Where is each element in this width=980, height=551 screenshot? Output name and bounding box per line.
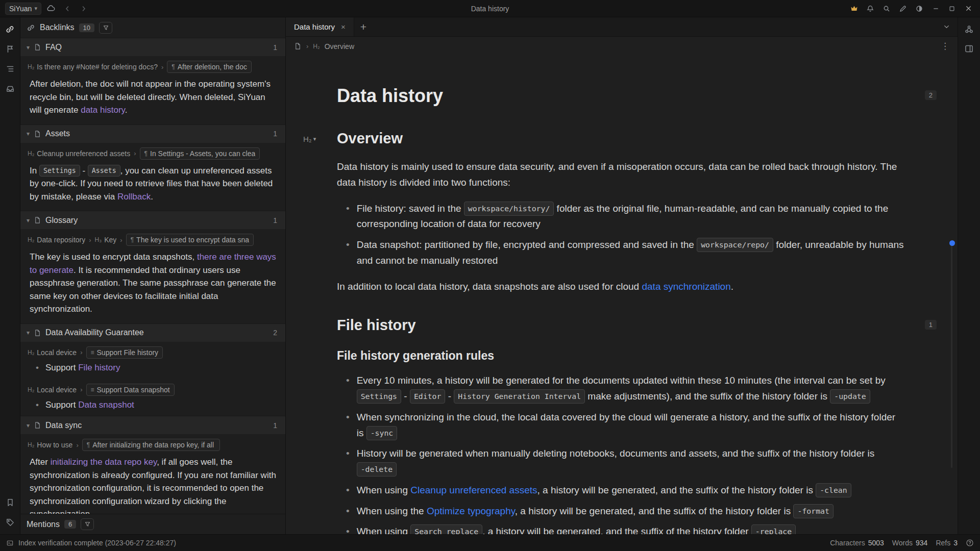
breadcrumb-separator: › [134, 149, 136, 157]
heading-h1[interactable]: Data history2 [337, 85, 904, 107]
outline-dock-icon[interactable] [5, 63, 16, 74]
flag-dock-icon[interactable] [5, 43, 16, 55]
inline-link[interactable]: Data snapshot [78, 400, 134, 410]
backlinks-section-header[interactable]: ▾FAQ1 [20, 38, 285, 56]
backlinks-filter-button[interactable] [99, 22, 112, 34]
breadcrumb-segment[interactable]: H₂Is there any #Note# for deleting docs? [28, 63, 158, 71]
dock-right-panel-icon[interactable] [964, 43, 975, 54]
breadcrumb-segment[interactable]: H₃Key [95, 236, 117, 244]
index-log-icon[interactable] [6, 539, 14, 547]
inbox-dock-icon[interactable] [5, 83, 16, 94]
search-icon[interactable] [880, 2, 893, 15]
backlink-content[interactable]: After initializing the data repo key, if… [20, 453, 285, 514]
code-chip: -clean [816, 483, 851, 497]
edit-lock-icon[interactable] [896, 2, 910, 15]
chevron-down-icon[interactable]: ▾ [27, 217, 30, 224]
help-icon[interactable] [966, 539, 974, 547]
more-icon[interactable]: ⋮ [941, 41, 949, 52]
list-item[interactable]: •Every 10 minutes, a history will be gen… [337, 373, 904, 405]
backlink-breadcrumb[interactable]: H₂Local device›≡Support Data snapshot [20, 379, 285, 397]
list-item[interactable]: •When using the Optimize typography, a h… [337, 504, 904, 519]
workspace-switcher[interactable]: SiYuan ▾ [5, 3, 41, 15]
tab-close-icon[interactable]: × [341, 22, 346, 31]
inline-link[interactable]: Rollback [117, 192, 151, 202]
forward-icon[interactable] [77, 2, 90, 15]
breadcrumb-segment[interactable]: H₂How to use [28, 441, 72, 449]
list-item[interactable]: •History will be generated when manually… [337, 446, 904, 478]
scroll-track[interactable] [951, 243, 952, 468]
breadcrumb-item-overview[interactable]: Overview [325, 42, 354, 51]
chevron-down-icon[interactable]: ▾ [27, 422, 30, 429]
collapse-arrow-icon[interactable]: ▾ [313, 136, 316, 142]
paragraph[interactable]: Data history is mainly used to ensure da… [337, 159, 904, 191]
heading-gutter[interactable]: H₂▾ [303, 135, 316, 143]
bookmark-dock-icon[interactable] [5, 497, 16, 508]
heading-h3[interactable]: File history generation rules [337, 349, 904, 363]
backlink-list-item[interactable]: •Support Data snapshot [20, 397, 285, 416]
tab-list-chevron-icon[interactable] [943, 23, 950, 31]
backlink-count-badge[interactable]: 1 [925, 320, 937, 330]
breadcrumb-segment[interactable]: ≡Support Data snapshot [86, 384, 175, 396]
maximize-icon[interactable] [945, 2, 959, 15]
notifications-icon[interactable] [864, 2, 877, 15]
list-item[interactable]: •Data snapshot: partitioned by file, enc… [337, 237, 904, 269]
backlinks-dock-icon[interactable] [5, 23, 16, 35]
backlink-breadcrumb[interactable]: H₂Is there any #Note# for deleting docs?… [20, 56, 285, 74]
list-item[interactable]: •When using Search replace, a history wi… [337, 524, 904, 534]
backlink-breadcrumb[interactable]: H₂How to use›¶After initializing the dat… [20, 434, 285, 453]
backlinks-section-header[interactable]: ▾Glossary1 [20, 211, 285, 229]
chevron-down-icon[interactable]: ▾ [27, 130, 30, 137]
inline-link[interactable]: initializing the data repo key [51, 457, 157, 467]
backlinks-header[interactable]: Backlinks 10 [20, 17, 285, 38]
backlink-content[interactable]: After deletion, the doc will not appear … [20, 74, 285, 124]
backlink-content[interactable]: In Settings - Assets, you can clean up u… [20, 161, 285, 211]
backlink-list-item[interactable]: •Support File history [20, 360, 285, 379]
list-item[interactable]: •File history: saved in the workspace/hi… [337, 201, 904, 233]
tag-dock-icon[interactable] [5, 517, 16, 528]
inline-link[interactable]: File history [78, 363, 120, 372]
inline-link[interactable]: Optimize typography [427, 506, 515, 516]
backlinks-section-header[interactable]: ▾Data sync1 [20, 416, 285, 434]
back-icon[interactable] [61, 2, 74, 15]
breadcrumb-segment[interactable]: H₂Data repository [28, 236, 85, 244]
chevron-down-icon[interactable]: ▾ [27, 329, 30, 336]
backlink-content[interactable]: The key is used to encrypt data snapshot… [20, 247, 285, 323]
mentions-header[interactable]: Mentions 6 [20, 514, 285, 534]
new-tab-button[interactable]: + [360, 21, 366, 33]
breadcrumb-segment[interactable]: ¶After deletion, the doc [167, 61, 252, 73]
breadcrumb-segment[interactable]: ¶After initializing the data repo key, i… [82, 439, 220, 451]
kbd-chip: Assets [88, 165, 120, 177]
backlink-breadcrumb[interactable]: H₂Local device›≡Support File history [20, 342, 285, 360]
tab-data-history[interactable]: Data history × [286, 17, 354, 36]
backlink-breadcrumb[interactable]: H₂Cleanup unreferenced assets›¶In Settin… [20, 143, 285, 161]
theme-mode-icon[interactable] [913, 2, 926, 15]
heading-h2[interactable]: File history1 [337, 317, 904, 334]
vip-crown-icon[interactable] [847, 2, 861, 15]
breadcrumb-segment[interactable]: H₂Local device [28, 348, 77, 357]
backlink-count-badge[interactable]: 2 [925, 90, 937, 100]
inline-link[interactable]: data history [81, 105, 125, 115]
mentions-filter-button[interactable] [81, 518, 94, 530]
chevron-down-icon[interactable]: ▾ [27, 44, 30, 51]
graph-dock-icon[interactable] [964, 23, 975, 35]
heading-h2[interactable]: H₂▾Overview [337, 130, 904, 147]
paragraph[interactable]: In addition to local data history, data … [337, 279, 904, 295]
inline-link[interactable]: Cleanup unreferenced assets [410, 485, 537, 495]
breadcrumb-segment[interactable]: H₂Cleanup unreferenced assets [28, 149, 130, 158]
breadcrumb-segment[interactable]: H₂Local device [28, 386, 77, 394]
close-icon[interactable] [962, 2, 975, 15]
document[interactable]: Data history2H₂▾OverviewData history is … [286, 56, 958, 534]
breadcrumb-segment[interactable]: ¶The key is used to encrypt data sna [126, 234, 254, 246]
inline-link[interactable]: data synchronization [642, 281, 730, 292]
backlink-breadcrumb[interactable]: H₂Data repository›H₃Key›¶The key is used… [20, 229, 285, 247]
scroll-indicator-dot[interactable] [949, 240, 955, 246]
breadcrumb-segment[interactable]: ¶In Settings - Assets, you can clea [140, 147, 260, 160]
minimize-icon[interactable] [929, 2, 942, 15]
document-icon[interactable] [294, 42, 302, 50]
list-item[interactable]: •When using Cleanup unreferenced assets,… [337, 483, 904, 498]
list-item[interactable]: •When synchronizing in the cloud, the lo… [337, 410, 904, 441]
backlinks-section-header[interactable]: ▾Data Availability Guarantee2 [20, 323, 285, 342]
backlinks-section-header[interactable]: ▾Assets1 [20, 124, 285, 143]
breadcrumb-segment[interactable]: ≡Support File history [86, 346, 163, 359]
cloud-sync-icon[interactable] [44, 2, 58, 15]
